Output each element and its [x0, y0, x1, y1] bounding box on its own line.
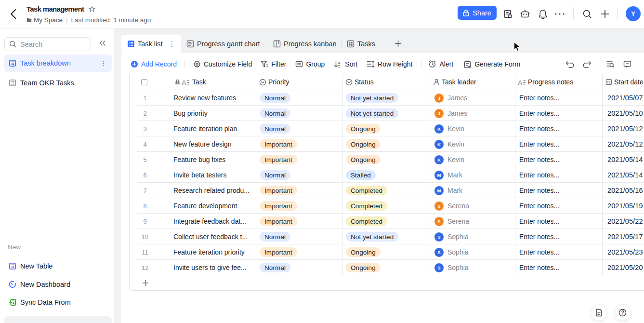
svg-text:A: A: [518, 79, 523, 85]
svg-text:Z: Z: [338, 64, 341, 68]
svg-text:?: ?: [621, 310, 624, 315]
svg-text:A: A: [182, 79, 186, 85]
